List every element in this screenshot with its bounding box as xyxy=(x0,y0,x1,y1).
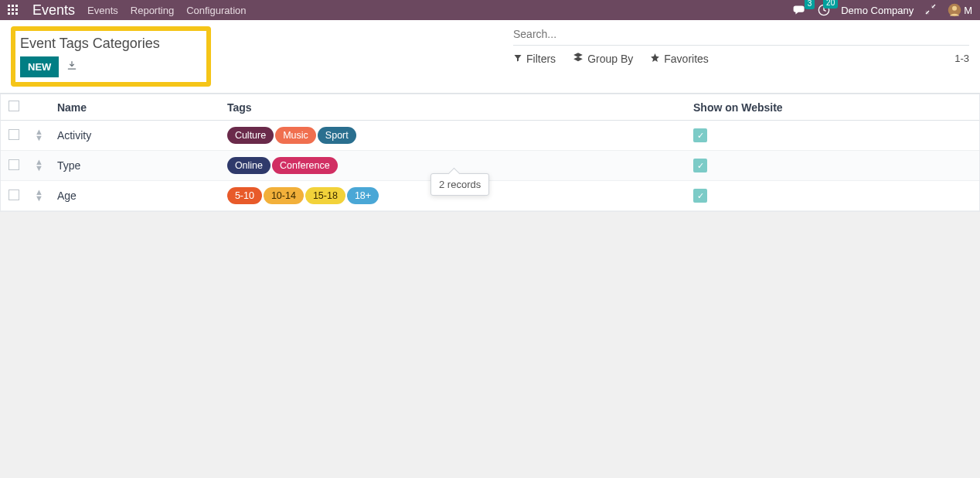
table-row[interactable]: ▲▼Age5-1010-1415-1818+✓ xyxy=(1,181,979,211)
col-show[interactable]: Show on Website xyxy=(686,94,979,121)
svg-rect-5 xyxy=(15,9,18,11)
svg-rect-6 xyxy=(8,12,10,15)
row-name: Age xyxy=(49,181,219,211)
activity-badge: 20 xyxy=(823,0,838,9)
svg-point-11 xyxy=(952,6,957,11)
layers-icon xyxy=(573,52,584,65)
row-checkbox[interactable] xyxy=(9,189,19,200)
records-table: Name Tags Show on Website ▲▼ActivityCult… xyxy=(1,94,979,211)
row-name: Type xyxy=(49,151,219,181)
new-button[interactable]: NEW xyxy=(20,56,59,77)
nav-menu-events[interactable]: Events xyxy=(87,5,118,16)
nav-menu-reporting[interactable]: Reporting xyxy=(131,5,174,16)
show-on-website-checkbox[interactable]: ✓ xyxy=(693,128,707,142)
drag-handle-icon[interactable]: ▲▼ xyxy=(35,128,42,141)
search-row xyxy=(513,26,969,46)
chat-icon[interactable]: 3 xyxy=(793,5,807,15)
favorites-button[interactable]: Favorites xyxy=(650,53,709,65)
filter-icon xyxy=(513,53,522,65)
svg-rect-7 xyxy=(12,12,14,15)
nav-menu-configuration[interactable]: Configuration xyxy=(186,5,246,16)
table-header-row: Name Tags Show on Website xyxy=(1,94,979,121)
show-on-website-checkbox[interactable]: ✓ xyxy=(693,189,707,203)
tooltip-text: 2 records xyxy=(439,179,481,190)
pager[interactable]: 1-3 xyxy=(954,53,969,64)
favorites-label: Favorites xyxy=(664,53,709,65)
cp-actions: NEW xyxy=(20,56,160,77)
list-view: Name Tags Show on Website ▲▼ActivityCult… xyxy=(0,94,980,212)
row-checkbox[interactable] xyxy=(9,129,19,140)
control-panel: Event Tags Categories NEW Filters Group … xyxy=(0,20,980,94)
tag-pill[interactable]: Conference xyxy=(272,157,338,174)
tools-row: Filters Group By Favorites 1-3 xyxy=(513,52,969,65)
star-icon xyxy=(650,53,660,65)
cp-right: Filters Group By Favorites 1-3 xyxy=(513,26,969,87)
tag-pill[interactable]: Online xyxy=(227,157,271,174)
page-title: Event Tags Categories xyxy=(20,36,160,52)
tag-pill[interactable]: Music xyxy=(275,127,316,144)
breadcrumb-highlight: Event Tags Categories NEW xyxy=(11,26,211,87)
avatar[interactable]: M xyxy=(948,3,972,17)
groupby-button[interactable]: Group By xyxy=(573,52,633,65)
select-all-checkbox[interactable] xyxy=(9,101,19,111)
download-icon[interactable] xyxy=(66,60,77,73)
row-tags: CultureMusicSport xyxy=(219,121,686,151)
activity-icon[interactable]: 20 xyxy=(818,4,830,16)
nav-left: Events Events Reporting Configuration xyxy=(8,2,246,19)
company-name[interactable]: Demo Company xyxy=(841,5,914,16)
table-row[interactable]: ▲▼TypeOnlineConference✓ xyxy=(1,151,979,181)
svg-rect-2 xyxy=(15,5,18,7)
tag-pill[interactable]: 15-18 xyxy=(305,187,345,204)
search-input[interactable] xyxy=(513,26,969,42)
col-name[interactable]: Name xyxy=(49,94,219,121)
app-brand[interactable]: Events xyxy=(32,2,75,19)
groupby-label: Group By xyxy=(587,53,633,65)
apps-icon[interactable] xyxy=(8,5,19,15)
svg-rect-1 xyxy=(12,5,14,7)
tag-tooltip: 2 records xyxy=(430,173,489,196)
row-name: Activity xyxy=(49,121,219,151)
tools-icon[interactable] xyxy=(924,3,937,18)
drag-handle-icon[interactable]: ▲▼ xyxy=(35,189,42,201)
filters-button[interactable]: Filters xyxy=(513,53,556,65)
tag-pill[interactable]: 5-10 xyxy=(227,187,262,204)
nav-right: 3 20 Demo Company M xyxy=(793,3,972,18)
tag-pill[interactable]: 10-14 xyxy=(264,187,304,204)
tag-pill[interactable]: Sport xyxy=(318,127,356,144)
tag-pill[interactable]: 18+ xyxy=(347,187,379,204)
chat-badge: 3 xyxy=(805,0,815,9)
filters-label: Filters xyxy=(526,53,556,65)
top-navbar: Events Events Reporting Configuration 3 … xyxy=(0,0,980,20)
user-initial: M xyxy=(964,5,972,16)
svg-rect-0 xyxy=(8,5,10,7)
drag-handle-icon[interactable]: ▲▼ xyxy=(35,159,42,171)
table-row[interactable]: ▲▼ActivityCultureMusicSport✓ xyxy=(1,121,979,151)
tag-pill[interactable]: Culture xyxy=(227,127,274,144)
row-checkbox[interactable] xyxy=(9,159,19,170)
col-tags[interactable]: Tags xyxy=(219,94,686,121)
svg-rect-8 xyxy=(15,12,18,15)
show-on-website-checkbox[interactable]: ✓ xyxy=(693,159,707,172)
svg-rect-4 xyxy=(12,9,14,11)
svg-rect-3 xyxy=(8,9,10,11)
